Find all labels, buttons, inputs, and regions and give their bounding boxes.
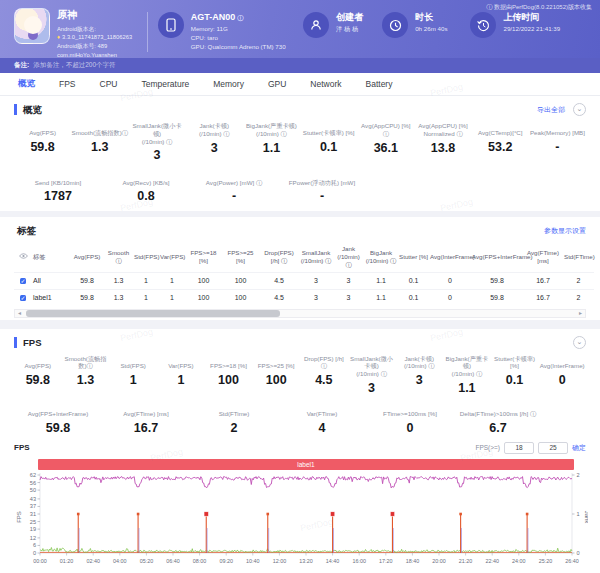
svg-text:37: 37 (30, 503, 36, 509)
table-scroll-thumb[interactable] (26, 310, 280, 317)
scroll-left-icon[interactable]: ◂ (15, 310, 24, 317)
tab-GPU[interactable]: GPU (256, 79, 298, 89)
section-tabs: 概览FPSCPUTemperatureMemoryGPUNetworkBatte… (0, 73, 600, 96)
tab-Temperature[interactable]: Temperature (129, 79, 201, 89)
metric-value: 0.1 (300, 140, 357, 154)
tab-概览[interactable]: 概览 (6, 78, 47, 90)
tab-CPU[interactable]: CPU (88, 79, 130, 89)
metric-bigjank-10min-: BigJank(严重卡顿) (/10min) ⓘ1.1 (243, 122, 300, 162)
tab-Battery[interactable]: Battery (354, 79, 405, 89)
metric-value: 3 (395, 373, 443, 387)
device-memory: Memory: 11G (191, 24, 286, 33)
metric-value: 1.1 (243, 141, 300, 155)
game-avatar (14, 8, 50, 44)
metric-value: 59.8 (14, 421, 102, 435)
table-row-All[interactable]: ✓All59.81.3111001004.5331.10.1059.816.72 (14, 272, 594, 289)
row-checkbox[interactable]: ✓ (20, 295, 25, 301)
duration-block: 时长 0h 26m 40s (382, 12, 470, 38)
labels-section: 标签 参数显示设置 标签Avg(FPS)Smooth ⓘStd(FPS)Var(… (0, 217, 600, 319)
svg-text:26:40: 26:40 (565, 557, 579, 563)
metric-delta-ftime->100ms-h-: Delta(FTime)>100ms [/h] ⓘ6.7 (454, 403, 542, 435)
metric-value: - (190, 189, 278, 203)
value-cell: 100 (222, 289, 259, 306)
metric-jank-10min-: Jank(卡顿) (/10min) ⓘ3 (395, 355, 443, 395)
metric-label: Delta(FTime)>100ms [/h] ⓘ (454, 403, 542, 418)
person-icon (303, 12, 329, 38)
metric-label: SmallJank(微小卡顿) (/10min) ⓘ (128, 122, 185, 145)
metric-label: Avg(Power) [mW] ⓘ (190, 171, 278, 186)
section-gap (0, 320, 600, 329)
svg-text:06:40: 06:40 (166, 557, 180, 563)
svg-text:16:00: 16:00 (352, 557, 366, 563)
header-divider (147, 12, 148, 52)
note-placeholder[interactable]: 添加备注，不超过200个字符 (33, 61, 115, 70)
fps-chart[interactable]: 06121925313743505662012FPSJank00:0001:20… (14, 471, 586, 573)
value-cell: 0.1 (398, 272, 429, 289)
metric-label: BigJank(严重卡顿) (/10min) ⓘ (243, 122, 300, 138)
clock-icon (382, 12, 408, 38)
metric-value: 4 (278, 421, 366, 435)
value-cell: 1 (159, 289, 185, 306)
tab-Memory[interactable]: Memory (201, 79, 256, 89)
metric-bigjank-10min-: BigJank(严重卡顿) (/10min) ⓘ1.1 (443, 355, 491, 395)
label1-banner[interactable]: label1 (38, 459, 574, 470)
svg-text:21:20: 21:20 (459, 557, 473, 563)
table-row-label1[interactable]: ✓label159.81.3111001004.5331.10.1059.816… (14, 289, 594, 306)
metric-value: 2 (190, 421, 278, 435)
metric-label: FPS>=25 [%] (252, 355, 300, 370)
metric-ftime>=100ms-: FTime>=100ms [%]0 (366, 403, 454, 435)
scroll-right-icon[interactable]: ▸ (576, 310, 585, 317)
fps-collapse-button[interactable]: ⌄ (573, 336, 586, 349)
metric-label: FPower(浮动功耗) [mW] (278, 171, 366, 186)
value-cell: 59.8 (70, 272, 104, 289)
device-gpu: GPU: Qualcomm Adreno (TM) 730 (191, 42, 286, 51)
metric-label: Var(FTime) (278, 403, 366, 418)
note-bar[interactable]: 备注: 添加备注，不超过200个字符 (0, 58, 600, 73)
svg-text:19: 19 (30, 526, 36, 532)
metric-label: Smooth(流畅指数)ⓘ (62, 355, 110, 371)
row-checkbox[interactable]: ✓ (20, 278, 25, 284)
fps-threshold-input-1[interactable] (504, 442, 534, 454)
svg-text:0: 0 (33, 550, 36, 556)
tab-Network[interactable]: Network (298, 79, 353, 89)
eye-column-header[interactable] (14, 242, 32, 272)
metric-value: 3 (348, 381, 396, 395)
threshold-confirm-link[interactable]: 确定 (572, 443, 586, 453)
export-all-link[interactable]: 导出全部 (537, 105, 565, 115)
value-cell: 100 (222, 272, 259, 289)
column-header: Avg(FPS+InterFrame) (471, 242, 523, 272)
checkbox-cell[interactable]: ✓ (14, 289, 32, 306)
metric-label: Jank(卡顿) (/10min) ⓘ (395, 355, 443, 371)
column-header: Avg(FPS) (70, 242, 104, 272)
metric-avg-ctemp-c-: Avg(CTemp)[°C]53.2 (472, 122, 529, 162)
device-info-icon[interactable]: ⓘ (237, 15, 243, 23)
history-clock-icon (470, 12, 496, 38)
upload-label: 上传时间 (503, 12, 560, 24)
value-cell: 0 (429, 272, 471, 289)
metric-avg-ftime-ms-: Avg(FTime) [ms]16.7 (102, 403, 190, 435)
metric-value: 100 (205, 373, 253, 387)
value-cell: 1.3 (104, 272, 133, 289)
svg-text:13:20: 13:20 (299, 557, 313, 563)
collector-note: ⓘ 数据由PerfDog(8.0.221052)版本收集 (486, 3, 592, 12)
overview-collapse-button[interactable]: ⌄ (573, 103, 586, 116)
metric-label: Avg(FPS) (14, 122, 71, 137)
checkbox-cell[interactable]: ✓ (14, 272, 32, 289)
value-cell: 16.7 (523, 272, 563, 289)
param-display-settings-link[interactable]: 参数显示设置 (544, 226, 586, 236)
value-cell: 0 (429, 289, 471, 306)
table-horizontal-scrollbar[interactable]: ◂ ▸ (14, 309, 586, 318)
column-header: Var(FPS) (159, 242, 185, 272)
svg-text:00:00: 00:00 (33, 557, 47, 563)
fps-threshold-input-2[interactable] (538, 442, 568, 454)
metric-avg-recv-kb-s-: Avg(Recv) [KB/s]0.8 (102, 171, 190, 203)
metric-stutter-: Stutter(卡顿率) [%]0.1 (491, 355, 539, 395)
creator-label: 创建者 (336, 12, 363, 24)
metric-label: Std(FTime) (190, 403, 278, 418)
value-cell: 16.7 (523, 289, 563, 306)
labels-title: 标签 (14, 225, 36, 236)
eye-icon[interactable] (19, 253, 28, 259)
fps-threshold-label: FPS(>=) (475, 444, 500, 451)
tab-FPS[interactable]: FPS (47, 79, 88, 89)
device-cpu: CPU: taro (191, 33, 286, 42)
